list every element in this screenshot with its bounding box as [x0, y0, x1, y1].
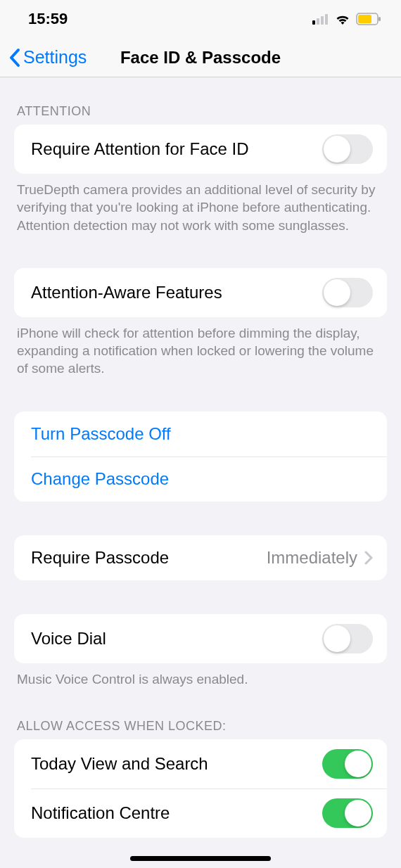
group-voice-dial: Voice Dial: [14, 614, 387, 663]
require-attention-label: Require Attention for Face ID: [31, 139, 249, 159]
row-require-passcode[interactable]: Require Passcode Immediately: [14, 535, 387, 580]
cellular-icon: [312, 13, 329, 25]
status-bar: 15:59: [0, 0, 401, 38]
change-passcode-label: Change Passcode: [31, 469, 169, 489]
group-allow-access: Today View and Search Notification Centr…: [14, 739, 387, 838]
row-turn-passcode-off[interactable]: Turn Passcode Off: [14, 411, 387, 457]
group-require-passcode: Require Passcode Immediately: [14, 535, 387, 580]
row-change-passcode[interactable]: Change Passcode: [14, 457, 387, 502]
turn-passcode-off-label: Turn Passcode Off: [31, 424, 171, 444]
home-indicator[interactable]: [130, 856, 271, 861]
attention-aware-footer: iPhone will check for attention before d…: [0, 317, 401, 378]
battery-icon: [356, 13, 381, 25]
require-passcode-value: Immediately: [267, 548, 357, 568]
attention-aware-label: Attention-Aware Features: [31, 283, 222, 302]
row-voice-dial[interactable]: Voice Dial: [14, 614, 387, 663]
require-attention-toggle[interactable]: [322, 134, 373, 164]
svg-rect-3: [325, 14, 328, 25]
nav-title: Face ID & Passcode: [120, 48, 281, 68]
toggle-knob: [324, 625, 350, 652]
today-view-toggle[interactable]: [322, 749, 373, 779]
group-passcode-actions: Turn Passcode Off Change Passcode: [14, 411, 387, 502]
notification-centre-toggle[interactable]: [322, 798, 373, 828]
back-button[interactable]: Settings: [8, 47, 87, 68]
row-require-attention[interactable]: Require Attention for Face ID: [14, 125, 387, 174]
wifi-icon: [334, 13, 351, 25]
toggle-knob: [345, 800, 371, 826]
back-label: Settings: [23, 47, 87, 68]
svg-rect-5: [358, 15, 371, 23]
group-attention-aware: Attention-Aware Features: [14, 268, 387, 317]
voice-dial-toggle[interactable]: [322, 624, 373, 653]
row-today-view[interactable]: Today View and Search: [14, 739, 387, 789]
voice-dial-footer: Music Voice Control is always enabled.: [0, 663, 401, 688]
row-attention-aware[interactable]: Attention-Aware Features: [14, 268, 387, 317]
attention-aware-toggle[interactable]: [322, 278, 373, 307]
svg-rect-6: [378, 17, 381, 21]
section-header-attention: ATTENTION: [0, 77, 401, 125]
toggle-knob: [324, 136, 350, 162]
toggle-knob: [345, 751, 371, 777]
svg-rect-0: [312, 20, 315, 25]
row-notification-centre[interactable]: Notification Centre: [14, 789, 387, 838]
svg-rect-2: [321, 16, 324, 25]
require-attention-footer: TrueDepth camera provides an additional …: [0, 174, 401, 234]
group-require-attention: Require Attention for Face ID: [14, 125, 387, 174]
chevron-right-icon: [364, 551, 373, 565]
nav-bar: Settings Face ID & Passcode: [0, 38, 401, 77]
toggle-knob: [324, 279, 350, 306]
today-view-label: Today View and Search: [31, 754, 208, 774]
svg-rect-1: [317, 18, 319, 25]
status-time: 15:59: [28, 10, 68, 28]
status-icons: [312, 13, 381, 25]
chevron-left-icon: [8, 48, 20, 68]
voice-dial-label: Voice Dial: [31, 629, 106, 649]
content: ATTENTION Require Attention for Face ID …: [0, 77, 401, 838]
section-header-allow-access: ALLOW ACCESS WHEN LOCKED:: [0, 688, 401, 739]
require-passcode-label: Require Passcode: [31, 548, 169, 568]
notification-centre-label: Notification Centre: [31, 803, 170, 823]
